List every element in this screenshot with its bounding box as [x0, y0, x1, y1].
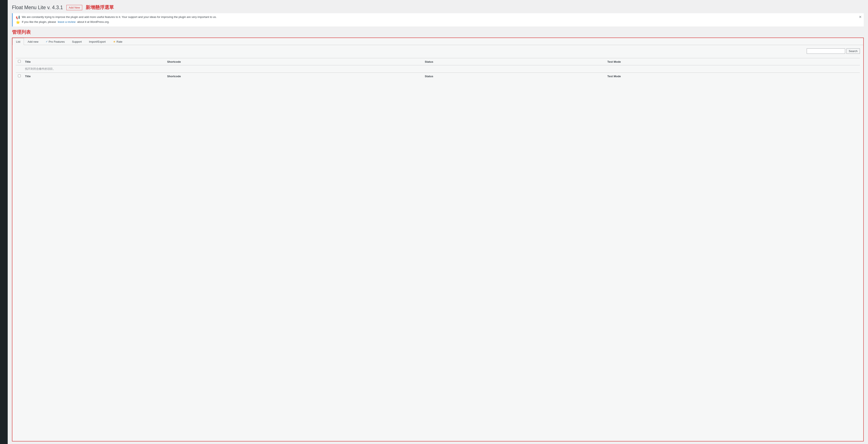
main-content: Float Menu Lite v. 4.3.1 Add New 新增懸浮選單 …: [8, 0, 868, 444]
search-input[interactable]: [807, 48, 845, 54]
data-table: Title Shortcode Status Test Mode 找不到符合條件…: [16, 58, 860, 79]
notice-line-2: ⭐ If you like the plugin, please leave a…: [16, 20, 861, 24]
tab-list-label: List: [16, 40, 20, 43]
section-title: 管理列表: [12, 29, 864, 35]
select-all-footer-checkbox[interactable]: [18, 74, 21, 77]
left-sidebar: [0, 0, 8, 444]
select-all-checkbox[interactable]: [18, 60, 21, 63]
page-title: Float Menu Lite v. 4.3.1: [12, 5, 63, 10]
page-subtitle-chinese: 新增懸浮選單: [86, 4, 114, 11]
tab-import-export[interactable]: Import/Export: [86, 38, 110, 45]
notice-close-button[interactable]: ✕: [859, 15, 862, 19]
footer-shortcode: Shortcode: [165, 73, 423, 80]
plugin-panel: List Add new ✓ Pro Features Support Impo…: [12, 38, 864, 441]
tab-add-new-label: Add new: [28, 40, 38, 43]
check-icon: ✓: [46, 40, 48, 43]
table-footer-row: Title Shortcode Status Test Mode: [16, 73, 860, 80]
notice-line-1: 📢 We are constantly trying to improve th…: [16, 15, 861, 20]
notice-text-2-suffix: about it at WordPress.org.: [77, 20, 110, 24]
table-header-row: Title Shortcode Status Test Mode: [16, 58, 860, 65]
star-icon: ⭐: [16, 20, 20, 24]
footer-checkbox-col: [16, 73, 23, 80]
tab-pro-features[interactable]: ✓ Pro Features: [42, 38, 68, 45]
no-items-text: 找不到符合條件的項目。: [23, 65, 860, 73]
star-tab-icon: ★: [113, 40, 116, 43]
header-test-mode: Test Mode: [605, 58, 860, 65]
notice-text-1: We are constantly trying to improve the …: [22, 15, 217, 19]
footer-status: Status: [423, 73, 605, 80]
header-shortcode: Shortcode: [165, 58, 423, 65]
notice-box: 📢 We are constantly trying to improve th…: [12, 13, 864, 27]
tab-pro-features-label: Pro Features: [49, 40, 65, 43]
tab-rate-label: Rate: [117, 40, 122, 43]
tab-import-export-label: Import/Export: [89, 40, 106, 43]
add-new-button[interactable]: Add New: [66, 5, 83, 10]
footer-title: Title: [23, 73, 165, 80]
leave-review-link[interactable]: leave a review: [58, 20, 75, 24]
tab-list[interactable]: List: [12, 38, 24, 45]
header-title: Title: [23, 58, 165, 65]
tab-rate[interactable]: ★ Rate: [110, 38, 126, 45]
tab-add-new[interactable]: Add new: [24, 38, 42, 45]
search-row: Search: [16, 48, 860, 54]
page-header: Float Menu Lite v. 4.3.1 Add New 新增懸浮選單: [12, 3, 864, 11]
megaphone-icon: 📢: [16, 15, 20, 20]
tab-support[interactable]: Support: [68, 38, 86, 45]
no-items-row: 找不到符合條件的項目。: [16, 65, 860, 73]
notice-text-2-prefix: If you like the plugin, please: [22, 20, 56, 24]
tabs-bar: List Add new ✓ Pro Features Support Impo…: [12, 38, 863, 45]
search-button[interactable]: Search: [846, 48, 860, 54]
table-area: Search Title Shortcode Status Test Mode: [12, 45, 863, 83]
header-checkbox-col: [16, 58, 23, 65]
footer-test-mode: Test Mode: [605, 73, 860, 80]
header-status: Status: [423, 58, 605, 65]
tab-support-label: Support: [72, 40, 82, 43]
